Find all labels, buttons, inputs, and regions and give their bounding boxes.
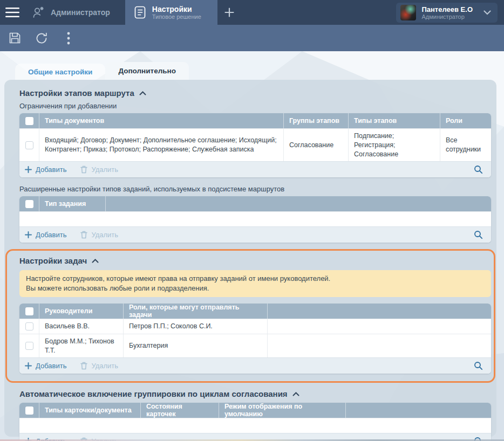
delete-button-label: Удалить bbox=[91, 231, 118, 239]
app-top-bar: Администратор Настройки Типовое решение … bbox=[0, 0, 504, 25]
table-header-row: Типы документов Группы этапов Типы этапо… bbox=[19, 113, 491, 128]
tab-settings-active[interactable]: Настройки Типовое решение bbox=[125, 0, 217, 25]
column-header[interactable]: Типы документов bbox=[39, 113, 283, 128]
select-all-checkbox[interactable] bbox=[25, 406, 33, 415]
section-route-stages-header[interactable]: Настройки этапов маршрута bbox=[19, 88, 491, 98]
hamburger-menu-icon[interactable] bbox=[0, 0, 25, 25]
table-row[interactable]: Бодров М.М.; Тихонов Т.Т. Бухгалтерия bbox=[19, 334, 491, 358]
collapse-chevron-icon[interactable] bbox=[292, 392, 299, 396]
info-line-1: Настройте сотрудников, которые имеют пра… bbox=[26, 274, 485, 284]
add-button[interactable]: Добавить bbox=[25, 362, 66, 370]
table-footer: Добавить Удалить bbox=[19, 226, 491, 243]
cell-roles: Петров П.П.; Соколов С.И. bbox=[123, 319, 267, 334]
user-role: Администратор bbox=[421, 13, 473, 20]
tab-general-settings-label: Общие настройки bbox=[28, 68, 92, 76]
row-checkbox[interactable] bbox=[25, 342, 33, 350]
search-icon[interactable] bbox=[472, 229, 485, 242]
delete-button[interactable]: Удалить bbox=[80, 231, 118, 239]
column-header[interactable]: Типы карточки/документа bbox=[39, 403, 140, 418]
task-types-table: Тип задания Добавить Удалить bbox=[19, 196, 491, 243]
section-grouping-header[interactable]: Автоматическое включение группировки по … bbox=[19, 389, 491, 398]
empty-table-row bbox=[19, 211, 491, 226]
tab-settings-title: Настройки bbox=[152, 5, 201, 13]
column-header[interactable]: Типы этапов bbox=[348, 113, 440, 128]
avatar bbox=[400, 5, 416, 20]
tab-additional[interactable]: Дополнительно bbox=[105, 62, 189, 80]
main-content: Общие настройки Дополнительно Настройки … bbox=[0, 51, 504, 441]
info-line-2: Вы можете использовать любые роли и подр… bbox=[26, 284, 485, 293]
advanced-label: Расширенные настройки типов заданий, исп… bbox=[19, 185, 491, 193]
column-header[interactable]: Режим отображения по умолчанию bbox=[219, 403, 345, 418]
add-button[interactable]: Добавить bbox=[25, 166, 66, 174]
toolbar bbox=[0, 25, 504, 51]
user-menu[interactable]: Пантелеев Е.О Администратор bbox=[396, 3, 498, 23]
cell-stage-groups: Согласование bbox=[283, 129, 348, 161]
settings-tabs: Общие настройки Дополнительно bbox=[15, 62, 189, 80]
cell-stage-types: Подписание; Регистрация; Согласование bbox=[348, 129, 440, 161]
column-header[interactable]: Группы этапов bbox=[283, 113, 348, 128]
column-header[interactable]: Состояния карточек bbox=[140, 403, 219, 418]
task-managers-table: Руководители Роли, которые могут отправл… bbox=[19, 304, 491, 374]
add-button[interactable]: Добавить bbox=[25, 231, 66, 239]
table-footer: Добавить Удалить bbox=[19, 357, 491, 374]
tasks-section-highlight: Настройки задач Настройте сотрудников, к… bbox=[5, 249, 495, 383]
table-header-row: Руководители Роли, которые могут отправл… bbox=[19, 304, 491, 319]
row-checkbox[interactable] bbox=[25, 141, 33, 149]
cell-roles: Бухгалтерия bbox=[123, 334, 267, 358]
route-limits-table: Типы документов Группы этапов Типы этапо… bbox=[19, 113, 491, 177]
delete-button-label: Удалить bbox=[91, 362, 118, 370]
column-header[interactable]: Роли, которые могут отправлять задачи bbox=[123, 304, 267, 319]
tab-additional-label: Дополнительно bbox=[118, 67, 176, 75]
section-tasks-title: Настройки задач bbox=[19, 256, 87, 265]
cell-roles: Все сотрудники bbox=[440, 129, 491, 161]
table-footer: Добавить Удалить bbox=[19, 161, 491, 177]
search-icon[interactable] bbox=[472, 360, 485, 373]
cell-managers: Васильев В.В. bbox=[39, 319, 123, 334]
column-header[interactable]: Руководители bbox=[39, 304, 123, 319]
add-button-label: Добавить bbox=[36, 166, 66, 174]
settings-panel: Настройки этапов маршрута Ограничения пр… bbox=[4, 80, 496, 437]
delete-button[interactable]: Удалить bbox=[80, 362, 118, 370]
person-star-icon bbox=[31, 6, 45, 19]
tab-administrator-label: Администратор bbox=[51, 8, 110, 17]
row-checkbox[interactable] bbox=[25, 322, 33, 330]
search-icon[interactable] bbox=[472, 163, 485, 176]
tab-general-settings[interactable]: Общие настройки bbox=[15, 64, 105, 80]
collapse-chevron-icon[interactable] bbox=[139, 91, 146, 95]
new-tab-button[interactable] bbox=[217, 0, 241, 25]
select-all-checkbox[interactable] bbox=[25, 307, 33, 315]
table-row[interactable]: Входящий; Договор; Документ; Дополнитель… bbox=[19, 128, 491, 161]
select-all-checkbox[interactable] bbox=[25, 200, 33, 208]
add-button-label: Добавить bbox=[36, 231, 66, 239]
table-row[interactable]: Васильев В.В. Петров П.П.; Соколов С.И. bbox=[19, 319, 491, 334]
info-banner: Настройте сотрудников, которые имеют пра… bbox=[19, 270, 491, 297]
cell-document-types: Входящий; Договор; Документ; Дополнитель… bbox=[39, 129, 283, 161]
select-all-checkbox[interactable] bbox=[25, 117, 33, 125]
delete-button[interactable]: Удалить bbox=[80, 166, 118, 174]
column-header[interactable]: Роли bbox=[440, 113, 491, 128]
grouping-table: Типы карточки/документа Состояния карточ… bbox=[19, 403, 491, 441]
cell-managers: Бодров М.М.; Тихонов Т.Т. bbox=[39, 334, 123, 358]
delete-button-label: Удалить bbox=[91, 166, 118, 174]
more-options-kebab-icon[interactable] bbox=[57, 27, 80, 49]
column-header[interactable]: Тип задания bbox=[39, 196, 105, 211]
refresh-icon[interactable] bbox=[30, 27, 53, 49]
chevron-down-icon bbox=[483, 10, 491, 15]
section-grouping-title: Автоматическое включение группировки по … bbox=[19, 389, 288, 398]
tab-settings-subtitle: Типовое решение bbox=[152, 13, 201, 20]
section-tasks-header[interactable]: Настройки задач bbox=[19, 256, 491, 265]
limits-label: Ограничения при добавлении bbox=[19, 102, 491, 110]
user-name: Пантелеев Е.О bbox=[421, 5, 473, 13]
document-icon bbox=[134, 5, 146, 19]
tab-administrator[interactable]: Администратор bbox=[25, 0, 125, 25]
table-header-row: Типы карточки/документа Состояния карточ… bbox=[19, 403, 491, 418]
table-header-row: Тип задания bbox=[19, 196, 491, 211]
add-button-label: Добавить bbox=[36, 362, 66, 370]
save-icon[interactable] bbox=[3, 27, 26, 49]
empty-table-row bbox=[19, 418, 491, 433]
collapse-chevron-icon[interactable] bbox=[92, 259, 99, 263]
section-route-stages-title: Настройки этапов маршрута bbox=[19, 88, 134, 98]
